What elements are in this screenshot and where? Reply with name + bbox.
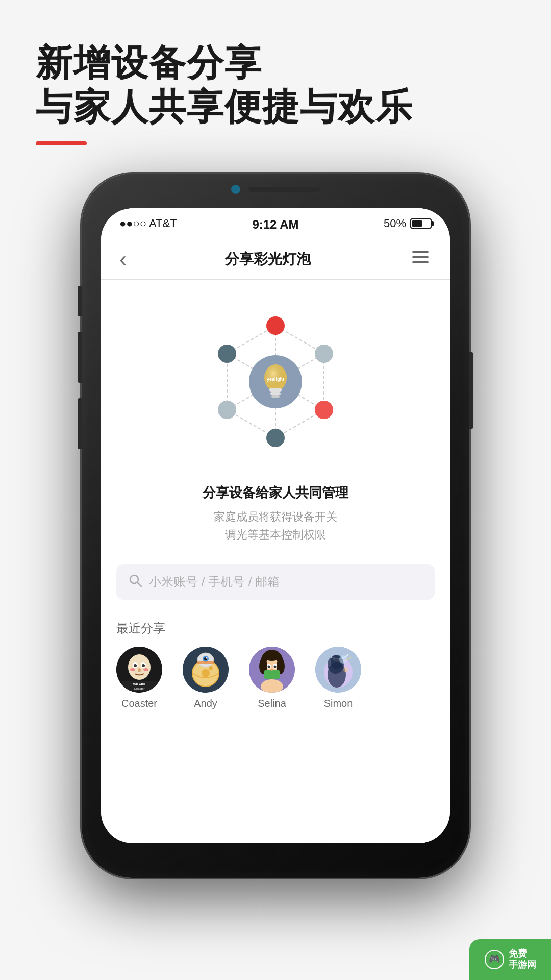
svg-rect-2 (412, 261, 429, 263)
phone-screen: ●●○○ AT&T 9:12 AM 50% ‹ 分享彩光灯泡 (101, 208, 450, 843)
menu-icon (412, 250, 429, 268)
avatar (315, 647, 361, 693)
svg-rect-18 (269, 388, 282, 392)
svg-rect-19 (270, 392, 281, 395)
svg-rect-62 (264, 670, 280, 679)
time-text: 9:12 AM (252, 217, 298, 232)
svg-point-23 (218, 345, 236, 363)
desc-subtitle: 家庭成员将获得设备开关 调光等基本控制权限 (121, 508, 430, 544)
svg-point-26 (315, 401, 333, 419)
header-title: 新增设备分享 与家人共享便捷与欢乐 (36, 41, 413, 129)
svg-point-22 (266, 316, 285, 335)
avatar (249, 647, 295, 693)
menu-button[interactable] (409, 248, 432, 271)
list-item[interactable]: Selina (249, 647, 295, 709)
svg-rect-0 (412, 251, 429, 253)
svg-point-36 (138, 668, 141, 672)
svg-rect-52 (197, 661, 214, 664)
svg-point-38 (143, 668, 148, 671)
avatar (183, 647, 229, 693)
carrier-text: ●●○○ AT&T (119, 217, 177, 230)
search-placeholder-text: 小米账号 / 手机号 / 邮箱 (149, 574, 280, 590)
watermark-badge: 🎮 免费手游网 (469, 939, 551, 980)
svg-text:🎮: 🎮 (489, 953, 500, 965)
volume-down-button (78, 398, 82, 449)
navigation-bar: ‹ 分享彩光灯泡 (101, 239, 450, 280)
svg-line-29 (137, 582, 141, 586)
svg-rect-1 (412, 256, 429, 258)
volume-up-button (78, 332, 82, 383)
watermark-text: 免费手游网 (509, 948, 536, 970)
svg-point-63 (271, 669, 273, 671)
phone-shell: ●●○○ AT&T 9:12 AM 50% ‹ 分享彩光灯泡 (82, 174, 469, 878)
svg-point-72 (343, 667, 348, 672)
avatar: WE ARE Coaster (116, 647, 162, 693)
status-right: 50% (384, 217, 432, 230)
svg-point-61 (274, 666, 277, 668)
svg-point-46 (209, 666, 213, 670)
camera-area (231, 185, 320, 194)
svg-point-64 (263, 651, 281, 661)
list-item[interactable]: WE ARE Coaster Coaster (116, 647, 162, 709)
network-diagram: yeelight (189, 305, 362, 458)
search-icon (129, 574, 142, 591)
list-item[interactable]: Andy (183, 647, 229, 709)
svg-point-25 (218, 401, 236, 419)
phone-mockup: ●●○○ AT&T 9:12 AM 50% ‹ 分享彩光灯泡 (82, 174, 469, 878)
svg-point-24 (315, 345, 333, 363)
svg-text:WE ARE: WE ARE (133, 683, 145, 686)
user-name: Selina (258, 698, 286, 709)
battery-percent: 50% (384, 217, 406, 230)
header-section: 新增设备分享 与家人共享便捷与欢乐 (36, 41, 413, 145)
camera-dot (231, 185, 240, 194)
user-name: Coaster (121, 698, 157, 709)
svg-point-27 (266, 429, 285, 447)
nav-title: 分享彩光灯泡 (225, 250, 311, 269)
user-name: Andy (194, 698, 217, 709)
svg-point-51 (206, 657, 208, 659)
recent-avatars-list: WE ARE Coaster Coaster (116, 647, 435, 709)
svg-point-45 (202, 669, 210, 677)
svg-rect-20 (271, 395, 280, 398)
svg-point-35 (142, 664, 145, 667)
power-button (469, 352, 473, 429)
svg-point-71 (339, 655, 347, 664)
watermark: 🎮 免费手游网 (469, 939, 551, 980)
battery-icon (410, 218, 432, 229)
speaker-grille (248, 187, 320, 192)
recent-section: 最近分享 (101, 610, 450, 715)
svg-point-37 (130, 668, 135, 671)
status-bar: ●●○○ AT&T 9:12 AM 50% (101, 208, 450, 239)
description-section: 分享设备给家人共同管理 家庭成员将获得设备开关 调光等基本控制权限 (101, 474, 450, 554)
svg-text:Coaster: Coaster (134, 687, 144, 690)
app-content: yeelight (101, 280, 450, 843)
svg-text:yeelight: yeelight (267, 377, 284, 382)
list-item[interactable]: Simon (315, 647, 361, 709)
search-bar[interactable]: 小米账号 / 手机号 / 邮箱 (116, 564, 435, 600)
network-diagram-section: yeelight (101, 280, 450, 474)
user-name: Simon (324, 698, 353, 709)
svg-point-60 (268, 666, 270, 668)
battery-fill (412, 220, 422, 227)
desc-title: 分享设备给家人共同管理 (121, 484, 430, 502)
svg-point-31 (128, 654, 151, 680)
volume-silent-button (78, 286, 82, 316)
back-button[interactable]: ‹ (119, 247, 127, 272)
recent-section-title: 最近分享 (116, 620, 435, 636)
header-underline (36, 141, 87, 145)
svg-point-34 (134, 664, 137, 667)
